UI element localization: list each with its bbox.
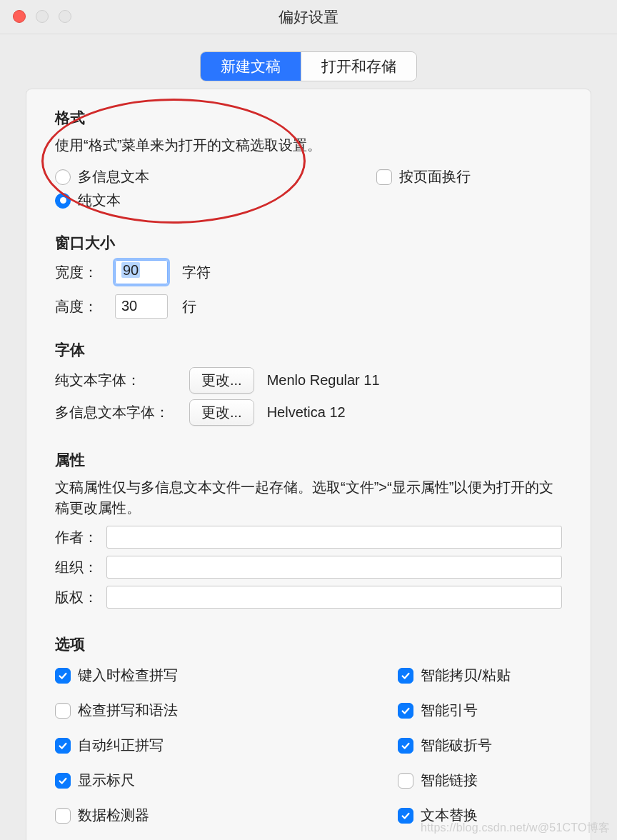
checkbox-option-label: 自动纠正拼写	[78, 736, 164, 755]
checkbox-option[interactable]	[55, 738, 71, 754]
author-input[interactable]	[106, 526, 562, 549]
checkbox-option[interactable]	[398, 738, 413, 754]
watermark-text: https://blog.csdn.net/w@51CTO博客	[421, 821, 610, 836]
section-format-desc: 使用“格式”菜单来为打开的文稿选取设置。	[55, 135, 562, 156]
width-units: 字符	[182, 263, 211, 282]
plain-font-name: Menlo Regular 11	[267, 372, 380, 389]
org-label: 组织：	[55, 558, 99, 577]
tab-open-save[interactable]: 打开和存储	[301, 52, 416, 81]
checkbox-option[interactable]	[398, 668, 413, 684]
preferences-panel: 格式 使用“格式”菜单来为打开的文稿选取设置。 多信息文本 纯文本 按页面换行 …	[26, 89, 591, 840]
checkbox-option[interactable]	[398, 773, 413, 789]
height-input[interactable]: 30	[115, 294, 168, 319]
minimize-icon[interactable]	[36, 10, 49, 23]
section-window-size-title: 窗口大小	[55, 233, 562, 253]
change-plain-font-button[interactable]: 更改...	[189, 367, 254, 394]
change-rich-font-button[interactable]: 更改...	[189, 399, 254, 426]
checkbox-option[interactable]	[398, 808, 413, 824]
checkbox-option[interactable]	[55, 808, 71, 824]
options-left-column: 键入时检查拼写检查拼写和语法自动纠正拼写显示标尺数据检测器仅在多信息文本文稿中使…	[55, 661, 363, 840]
window-title: 偏好设置	[0, 7, 617, 27]
tab-bar: 新建文稿 打开和存储	[0, 51, 617, 81]
checkbox-option[interactable]	[398, 703, 413, 719]
window-controls	[13, 10, 71, 23]
checkbox-option-label: 显示标尺	[78, 771, 135, 790]
checkbox-option-label: 智能破折号	[421, 736, 492, 755]
tab-new-document[interactable]: 新建文稿	[201, 52, 301, 81]
options-right-column: 智能拷贝/粘贴智能引号智能破折号智能链接文本替换	[398, 661, 562, 840]
rich-font-name: Helvetica 12	[267, 404, 346, 421]
section-attributes-desc: 文稿属性仅与多信息文本文件一起存储。选取“文件”>“显示属性”以便为打开的文稿更…	[55, 477, 562, 519]
checkbox-option-label: 数据检测器	[78, 806, 149, 825]
zoom-icon[interactable]	[59, 10, 71, 23]
section-options-title: 选项	[55, 634, 562, 654]
height-label: 高度：	[55, 297, 106, 316]
width-input[interactable]: 90	[115, 260, 168, 284]
close-icon[interactable]	[13, 10, 26, 23]
width-label: 宽度：	[55, 263, 106, 282]
radio-plain-text-label: 纯文本	[78, 191, 121, 210]
section-format-title: 格式	[55, 108, 562, 128]
radio-rich-text[interactable]	[55, 169, 71, 185]
radio-rich-text-label: 多信息文本	[78, 167, 149, 186]
height-units: 行	[182, 297, 196, 316]
checkbox-option-label: 检查拼写和语法	[78, 701, 178, 720]
section-attributes-title: 属性	[55, 450, 562, 470]
rich-font-label: 多信息文本字体：	[55, 403, 176, 422]
checkbox-option-label: 智能链接	[421, 771, 478, 790]
author-label: 作者：	[55, 528, 99, 547]
checkbox-wrap-to-page[interactable]	[376, 169, 392, 185]
checkbox-option[interactable]	[55, 668, 71, 684]
section-fonts-title: 字体	[55, 340, 562, 360]
checkbox-option-label: 智能拷贝/粘贴	[421, 666, 511, 685]
org-input[interactable]	[106, 556, 562, 579]
radio-plain-text[interactable]	[55, 193, 71, 209]
plain-font-label: 纯文本字体：	[55, 371, 176, 390]
copyright-input[interactable]	[106, 586, 562, 609]
title-bar: 偏好设置	[0, 0, 617, 34]
checkbox-option[interactable]	[55, 703, 71, 719]
checkbox-option-label: 键入时检查拼写	[78, 666, 178, 685]
checkbox-wrap-to-page-label: 按页面换行	[399, 167, 471, 186]
checkbox-option[interactable]	[55, 773, 71, 789]
copyright-label: 版权：	[55, 588, 99, 607]
checkbox-option-label: 智能引号	[421, 701, 478, 720]
